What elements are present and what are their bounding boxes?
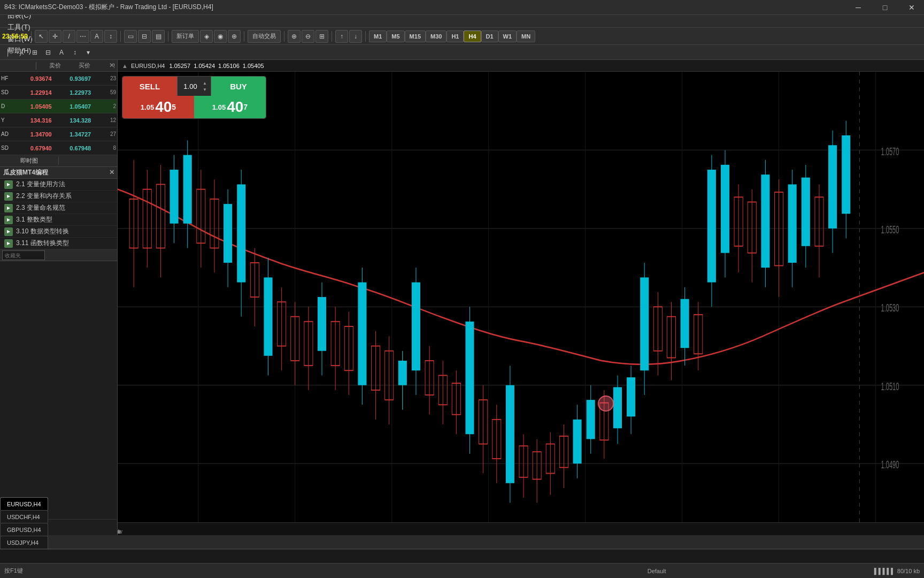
tf-btn-H1[interactable]: H1	[446, 31, 464, 42]
nav-item[interactable]: ▶2.3 变量命名规范	[0, 202, 117, 214]
tf-btn-H4[interactable]: H4	[464, 31, 481, 42]
new-order-button[interactable]: 新订单	[172, 30, 199, 43]
tool6-icon[interactable]: ↕	[69, 47, 81, 58]
chart-tab-GBPUSD,H4[interactable]: GBPUSD,H4	[0, 523, 48, 536]
quote-buy: 1.34727	[61, 131, 101, 138]
buy-price-button[interactable]: 1.05 40 7	[194, 96, 266, 118]
qty-up-arrow[interactable]: ▲	[201, 80, 209, 86]
svg-rect-115	[802, 178, 810, 246]
minimize-button[interactable]: ─	[846, 0, 871, 15]
menu-bar: 显示(V)插入(I)图表(C)工具(T)窗口(W)帮助(H)	[0, 15, 924, 28]
chart-tab-USDCHF,H4[interactable]: USDCHF,H4	[0, 510, 48, 523]
chart-tab-USDJPY,H4[interactable]: USDJPY,H4	[0, 536, 48, 549]
quote-symbol: Y	[1, 117, 21, 123]
svg-rect-97	[681, 299, 689, 348]
history-icon[interactable]: ◉	[214, 30, 227, 43]
tf-btn-MN[interactable]: MN	[517, 31, 535, 42]
text-icon[interactable]: A	[90, 30, 103, 43]
arrow-icon[interactable]: ↕	[104, 30, 117, 43]
svg-rect-31	[237, 185, 245, 283]
fav-input[interactable]	[2, 250, 45, 260]
nav-item[interactable]: ▶2.2 变量和内存关系	[0, 191, 117, 202]
qty-down-arrow[interactable]: ▼	[201, 86, 209, 93]
timeframe-buttons: M1M5M15M30H1H4D1W1MN	[369, 31, 535, 42]
tool7-icon[interactable]: ▾	[82, 47, 94, 58]
quote-row-SD[interactable]: SD 1.22914 1.22973 59	[0, 86, 117, 100]
tf-btn-D1[interactable]: D1	[481, 31, 498, 42]
quote-row-D[interactable]: D 1.05405 1.05407 2	[0, 100, 117, 113]
svg-rect-29	[224, 204, 232, 263]
sell-icon[interactable]: ↓	[349, 30, 362, 43]
sell-price-main: 1.05	[141, 103, 154, 111]
profile-icon[interactable]: ▤	[152, 30, 165, 43]
cursor-icon[interactable]: ↖	[35, 30, 48, 43]
quote-row-HF[interactable]: HF 0.93674 0.93697 23	[0, 72, 117, 86]
svg-rect-81	[573, 420, 582, 463]
buy-button[interactable]: BUY	[211, 77, 266, 96]
menu-item-工具(T)[interactable]: 工具(T)	[2, 21, 38, 33]
chart-high: 1.05106	[218, 63, 240, 69]
quote-buy: 1.05407	[61, 103, 101, 110]
quotes-close-icon[interactable]: ✕	[107, 61, 116, 70]
svg-text:1.0530: 1.0530	[881, 302, 899, 314]
tf-btn-M1[interactable]: M1	[369, 31, 387, 42]
trade-widget: SELL 1.00 ▲ ▼ BUY 1.05 40 5	[122, 76, 266, 119]
crosshair-icon[interactable]: ✛	[49, 30, 61, 43]
nav-item[interactable]: ▶3.10 数据类型转换	[0, 226, 117, 238]
tool1-icon[interactable]: │	[2, 47, 14, 58]
new-chart-icon[interactable]: ▭	[124, 30, 137, 43]
maximize-button[interactable]: □	[873, 0, 897, 15]
nav-label: 3.11 函数转换类型	[16, 239, 69, 248]
sell-price-button[interactable]: 1.05 40 5	[122, 96, 194, 118]
tf-btn-M30[interactable]: M30	[426, 31, 446, 42]
line-icon[interactable]: /	[63, 30, 75, 43]
chart-canvas[interactable]: SELL 1.00 ▲ ▼ BUY 1.05 40 5	[118, 72, 924, 535]
quote-sell: 1.34700	[21, 131, 61, 138]
tf-btn-M15[interactable]: M15	[405, 31, 426, 42]
memory-value: 80/10 kb	[897, 568, 920, 574]
zoom-out-icon[interactable]: ⊖	[302, 30, 314, 43]
news-icon[interactable]: ⊕	[228, 30, 241, 43]
tool2-icon[interactable]: ╱	[16, 47, 27, 58]
svg-rect-113	[788, 185, 797, 263]
chart-area: ▲ EURUSD,H4 1.05257 1.05424 1.05106 1.05…	[118, 60, 924, 535]
hline-icon[interactable]: ⋯	[76, 30, 89, 43]
zoom-fit-icon[interactable]: ⊞	[315, 30, 328, 43]
nav-item[interactable]: ▶3.1 整数类型	[0, 214, 117, 226]
tool3-icon[interactable]: ⊞	[29, 47, 41, 58]
quantity-input[interactable]: 1.00	[180, 82, 201, 90]
nav-item[interactable]: ▶3.11 函数转换类型	[0, 238, 117, 249]
order-icon[interactable]: ◈	[200, 30, 213, 43]
quotes-section: 卖价 买价 ! ✕ HF 0.93674 0.93697 23 SD 1.229…	[0, 60, 117, 167]
nav-icon: ▶	[4, 192, 13, 201]
buy-price-big: 40	[227, 100, 243, 115]
tf-btn-W1[interactable]: W1	[498, 31, 517, 42]
zoom-in-icon[interactable]: ⊕	[288, 30, 301, 43]
sell-price-sup: 5	[172, 103, 176, 111]
quote-row-SD[interactable]: SD 0.67940 0.67948 8	[0, 141, 117, 155]
close-button[interactable]: ✕	[899, 0, 924, 15]
chart-bid: 1.05257	[169, 63, 190, 69]
quote-sell: 0.93674	[21, 75, 61, 82]
svg-text:1.0550: 1.0550	[881, 223, 899, 235]
svg-rect-0	[118, 72, 924, 522]
tool4-icon[interactable]: ⊟	[42, 47, 54, 58]
quote-row-AD[interactable]: AD 1.34700 1.34727 27	[0, 127, 117, 141]
buy-icon[interactable]: ↑	[335, 30, 348, 43]
quote-symbol: SD	[1, 145, 21, 151]
svg-rect-57	[412, 283, 420, 371]
auto-trade-button[interactable]: 自动交易	[248, 30, 281, 43]
svg-rect-87	[613, 387, 622, 428]
quote-row-Y[interactable]: Y 134.316 134.328 12	[0, 113, 117, 127]
separator7	[365, 31, 366, 42]
chart-tab-EURUSD,H4[interactable]: EURUSD,H4	[0, 497, 48, 510]
template-icon[interactable]: ⊟	[138, 30, 151, 43]
nav-label: 3.10 数据类型转换	[16, 227, 69, 236]
navigator-close-icon[interactable]: ✕	[107, 168, 116, 177]
tool5-icon[interactable]: A	[56, 47, 67, 58]
quote-buy: 134.328	[61, 117, 101, 124]
quotes-tab[interactable]: 即时图	[0, 157, 59, 165]
nav-item[interactable]: ▶2.1 变量使用方法	[0, 179, 117, 191]
sell-button[interactable]: SELL	[122, 77, 177, 96]
tf-btn-M5[interactable]: M5	[387, 31, 404, 42]
